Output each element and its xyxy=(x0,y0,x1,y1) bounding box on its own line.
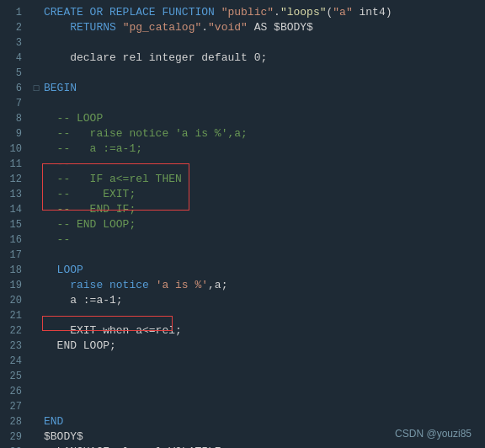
line-number: 20 xyxy=(0,293,30,308)
code-line: 4 declare rel integer default 0; xyxy=(0,51,485,66)
line-number: 29 xyxy=(0,429,30,445)
code-token: a :=a-1; xyxy=(44,294,123,307)
line-content: RETURNS "pg_catalog"."void" AS $BODY$ xyxy=(42,20,313,35)
line-content: a :=a-1; xyxy=(42,293,123,308)
code-line: 26 xyxy=(0,384,485,399)
line-number: 7 xyxy=(0,96,30,111)
code-line: 15 -- END LOOP; xyxy=(0,217,485,232)
code-token: . xyxy=(201,21,208,34)
code-line: 10 -- a :=a-1; xyxy=(0,141,485,157)
code-token: int4) xyxy=(353,6,392,19)
code-token: -- raise notice 'a is %',a; xyxy=(44,127,248,140)
line-content: -- IF a<=rel THEN xyxy=(42,172,182,187)
code-token: -- EXIT; xyxy=(44,188,136,200)
line-number: 18 xyxy=(0,263,30,278)
line-content: -- EXIT; xyxy=(42,187,136,202)
line-content: EXIT when a<=rel; xyxy=(42,323,182,339)
line-number: 10 xyxy=(0,141,30,157)
code-line: 16 -- xyxy=(0,232,485,248)
code-token: RETURNS xyxy=(44,21,123,34)
line-number: 1 xyxy=(0,5,30,20)
code-token: -- IF a<=rel THEN xyxy=(44,173,182,185)
code-token: "a" xyxy=(333,6,352,19)
code-line: 12 -- IF a<=rel THEN xyxy=(0,172,485,187)
code-token: CREATE OR REPLACE FUNCTION xyxy=(44,6,221,19)
line-content: -- a :=a-1; xyxy=(42,141,142,157)
code-line: 5 xyxy=(0,66,485,81)
line-number: 23 xyxy=(0,339,30,354)
line-number: 9 xyxy=(0,126,30,141)
line-number: 28 xyxy=(0,414,30,429)
line-number: 17 xyxy=(0,248,30,263)
line-content: -- xyxy=(42,157,70,172)
line-number: 5 xyxy=(0,66,30,81)
code-token: BEGIN xyxy=(44,82,77,94)
code-editor: 1CREATE OR REPLACE FUNCTION "public"."lo… xyxy=(0,0,485,448)
code-token: END xyxy=(44,415,63,428)
code-token: "public" xyxy=(221,6,274,19)
code-token: EXIT when a<=rel; xyxy=(44,324,182,337)
code-line: 30 LANGUAGE plpgsql VOLATILE xyxy=(0,445,485,448)
code-token: $BODY$ xyxy=(44,430,83,443)
code-token: END LOOP; xyxy=(44,339,116,352)
code-line: 11 -- xyxy=(0,157,485,172)
line-number: 12 xyxy=(0,172,30,187)
line-number: 26 xyxy=(0,384,30,399)
line-number: 8 xyxy=(0,111,30,126)
code-token: "loops" xyxy=(280,6,327,19)
line-number: 19 xyxy=(0,278,30,293)
code-token: 'a is %' xyxy=(156,279,208,291)
line-number: 30 xyxy=(0,445,30,448)
line-number: 4 xyxy=(0,51,30,66)
line-number: 25 xyxy=(0,369,30,384)
code-line: 22 EXIT when a<=rel; xyxy=(0,323,485,339)
code-line: 14 -- END IF; xyxy=(0,202,485,217)
code-line: 21 xyxy=(0,308,485,323)
watermark: CSDN @youzi85 xyxy=(395,428,472,440)
code-line: 18 LOOP xyxy=(0,263,485,278)
code-line: 13 -- EXIT; xyxy=(0,187,485,202)
code-line: 3 xyxy=(0,35,485,51)
line-content: $BODY$ xyxy=(42,429,83,445)
code-line: 20 a :=a-1; xyxy=(0,293,485,308)
fold-icon: □ xyxy=(30,81,42,96)
line-number: 11 xyxy=(0,157,30,172)
code-token: raise notice xyxy=(44,279,156,291)
line-number: 24 xyxy=(0,354,30,369)
code-line: 2 RETURNS "pg_catalog"."void" AS $BODY$ xyxy=(0,20,485,35)
line-content: BEGIN xyxy=(42,81,77,96)
code-line: 1CREATE OR REPLACE FUNCTION "public"."lo… xyxy=(0,5,485,20)
code-token: LOOP xyxy=(44,264,83,276)
line-content: END LOOP; xyxy=(42,339,116,354)
line-content: -- LOOP xyxy=(42,111,103,126)
line-content: declare rel integer default 0; xyxy=(42,51,267,66)
line-content: LOOP xyxy=(42,263,83,278)
code-token: -- xyxy=(44,157,70,170)
line-content: -- raise notice 'a is %',a; xyxy=(42,126,248,141)
code-token: AS $BODY$ xyxy=(248,21,313,34)
code-line: 25 xyxy=(0,369,485,384)
code-token: "void" xyxy=(208,21,248,34)
line-number: 16 xyxy=(0,232,30,248)
line-number: 22 xyxy=(0,323,30,339)
code-line: 23 END LOOP; xyxy=(0,339,485,354)
code-line: 6□BEGIN xyxy=(0,81,485,96)
code-line: 7 xyxy=(0,96,485,111)
code-token: "pg_catalog" xyxy=(123,21,202,34)
line-number: 14 xyxy=(0,202,30,217)
line-number: 3 xyxy=(0,35,30,51)
code-token: . xyxy=(274,6,280,19)
code-token: declare rel integer default 0; xyxy=(44,51,267,64)
line-content: -- END LOOP; xyxy=(42,217,136,232)
line-number: 27 xyxy=(0,399,30,414)
line-content: raise notice 'a is %',a; xyxy=(42,278,227,293)
line-content: END xyxy=(42,414,63,429)
line-number: 13 xyxy=(0,187,30,202)
line-content: -- END IF; xyxy=(42,202,136,217)
code-line: 9 -- raise notice 'a is %',a; xyxy=(0,126,485,141)
code-token: -- a :=a-1; xyxy=(44,142,142,155)
line-content: -- xyxy=(42,232,70,248)
line-content: CREATE OR REPLACE FUNCTION "public"."loo… xyxy=(42,5,392,20)
code-token: -- END LOOP; xyxy=(44,218,136,231)
code-token: -- xyxy=(44,233,70,246)
